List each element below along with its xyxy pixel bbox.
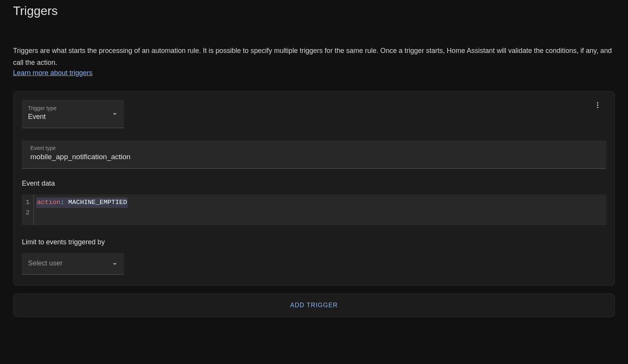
learn-more-link[interactable]: Learn more about triggers <box>13 69 93 77</box>
code-content[interactable]: action: MACHINE_EMPTIED <box>34 194 606 225</box>
code-line-2 <box>36 208 604 218</box>
event-data-editor[interactable]: 1 2 action: MACHINE_EMPTIED <box>22 194 606 225</box>
chevron-down-icon <box>112 260 117 267</box>
triggers-section: Triggers Triggers are what starts the pr… <box>0 0 628 333</box>
svg-point-2 <box>597 107 598 108</box>
trigger-card: Trigger type Event Event type Event data… <box>13 91 615 286</box>
triggers-description: Triggers are what starts the processing … <box>13 45 615 68</box>
code-line-1: action: MACHINE_EMPTIED <box>36 198 604 208</box>
svg-point-0 <box>597 102 598 104</box>
trigger-type-select[interactable]: Trigger type Event <box>22 100 124 128</box>
code-gutter: 1 2 <box>22 194 34 225</box>
dots-vertical-icon <box>594 101 602 109</box>
svg-point-1 <box>597 105 598 106</box>
more-options-button[interactable] <box>590 97 605 113</box>
chevron-down-icon <box>112 110 117 117</box>
trigger-type-label: Trigger type <box>28 105 118 111</box>
user-select-placeholder: Select user <box>28 259 63 267</box>
trigger-type-value: Event <box>28 113 46 120</box>
add-trigger-button[interactable]: Add Trigger <box>13 293 615 317</box>
gutter-line-1: 1 <box>26 198 30 208</box>
limit-label: Limit to events triggered by <box>22 238 606 246</box>
page-title: Triggers <box>13 4 615 18</box>
event-type-input[interactable] <box>30 153 598 161</box>
gutter-line-2: 2 <box>26 208 30 218</box>
event-type-field[interactable]: Event type <box>22 140 606 169</box>
user-select[interactable]: Select user <box>22 253 124 275</box>
event-data-label: Event data <box>22 180 606 188</box>
event-type-label: Event type <box>30 145 598 151</box>
